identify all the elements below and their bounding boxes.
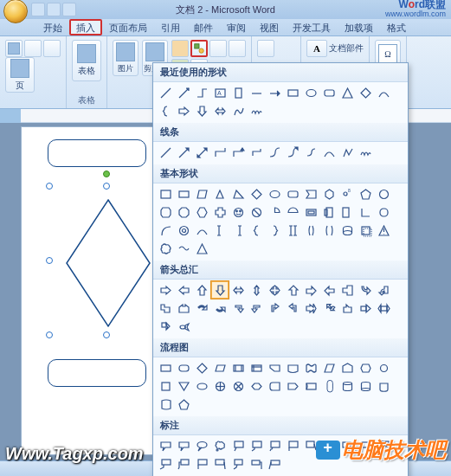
shape-diamond[interactable]	[65, 198, 151, 328]
shape-textbox[interactable]: A	[211, 84, 229, 101]
shape-roundrect-bottom[interactable]	[48, 359, 146, 387]
basic-shape-24[interactable]	[357, 203, 374, 221]
flowchart-shape-8[interactable]	[302, 359, 319, 376]
basic-shape-39[interactable]	[157, 240, 174, 257]
tab-format[interactable]: 格式	[380, 19, 413, 35]
basic-shape-19[interactable]	[266, 203, 283, 221]
arrow-shape-0[interactable]	[157, 281, 174, 299]
table-button[interactable]: 表格	[72, 40, 101, 81]
shape-diamond-item[interactable]	[357, 84, 374, 101]
smartart-button[interactable]	[209, 40, 227, 57]
arrow-shape-21[interactable]	[302, 299, 319, 317]
flowchart-shape-0[interactable]	[157, 359, 174, 376]
arrow-shape-19[interactable]	[266, 299, 283, 317]
shape-roundrect-top[interactable]	[48, 139, 146, 167]
basic-shape-8[interactable]	[302, 185, 319, 203]
office-button[interactable]	[3, 0, 28, 23]
arrow-shape-6[interactable]	[266, 281, 283, 299]
flowchart-shape-11[interactable]	[357, 359, 374, 376]
people-icon[interactable]	[171, 40, 189, 57]
flowchart-shape-1[interactable]	[175, 359, 192, 376]
handle-nw[interactable]	[46, 183, 53, 190]
flowchart-shape-10[interactable]	[338, 359, 356, 376]
callout-shape-5[interactable]	[248, 437, 265, 454]
callout-shape-15[interactable]	[193, 455, 210, 473]
tab-addins[interactable]: 加载项	[338, 19, 380, 35]
basic-shape-3[interactable]	[211, 185, 229, 203]
arrow-shape-12[interactable]	[375, 281, 392, 299]
basic-shape-37[interactable]	[357, 222, 374, 239]
tab-insert[interactable]: 插入	[69, 19, 102, 35]
handle-s[interactable]	[103, 331, 110, 338]
flowchart-shape-22[interactable]	[320, 377, 338, 395]
tab-layout[interactable]: 页面布局	[102, 19, 154, 35]
shapes-dropdown-button[interactable]	[190, 40, 208, 57]
basic-shape-16[interactable]	[211, 203, 229, 221]
arrow-shape-1[interactable]	[175, 281, 192, 299]
shape-curve[interactable]	[375, 84, 392, 101]
flowchart-shape-13[interactable]	[157, 377, 174, 395]
arrow-shape-15[interactable]	[193, 299, 210, 317]
flowchart-shape-6[interactable]	[266, 359, 283, 376]
flowchart-shape-2[interactable]	[193, 359, 210, 376]
handle-sw[interactable]	[46, 331, 53, 338]
shape-freeform[interactable]	[229, 102, 247, 119]
flowchart-shape-19[interactable]	[266, 377, 283, 395]
basic-shape-20[interactable]	[284, 203, 301, 221]
basic-shape-2[interactable]	[193, 185, 210, 203]
flowchart-shape-27[interactable]	[175, 396, 192, 413]
shape-rightarr[interactable]	[175, 102, 192, 119]
callout-shape-6[interactable]	[266, 437, 283, 454]
page-button[interactable]: 页	[5, 57, 35, 93]
basic-shape-33[interactable]	[284, 222, 301, 239]
flowchart-shape-26[interactable]	[157, 396, 174, 413]
shape-oval[interactable]	[302, 84, 319, 101]
line-elbowarr[interactable]	[229, 144, 247, 161]
arrow-shape-10[interactable]	[338, 281, 356, 299]
basic-shape-15[interactable]	[193, 203, 210, 221]
basic-shape-34[interactable]	[302, 222, 319, 239]
arrow-shape-13[interactable]	[157, 299, 174, 317]
line-arrow[interactable]	[175, 144, 192, 161]
arrow-shape-26[interactable]	[157, 318, 174, 335]
shape-roundrect[interactable]	[320, 84, 338, 101]
flowchart-shape-12[interactable]	[375, 359, 392, 376]
arrow-shape-7[interactable]	[284, 281, 301, 299]
basic-shape-9[interactable]	[320, 185, 338, 203]
callout-shape-17[interactable]	[229, 455, 247, 473]
qat-undo-icon[interactable]	[47, 3, 61, 16]
arrow-shape-18[interactable]	[248, 299, 265, 317]
basic-shape-26[interactable]	[157, 222, 174, 239]
flowchart-shape-7[interactable]	[284, 359, 301, 376]
callout-shape-7[interactable]	[284, 437, 301, 454]
flowchart-shape-16[interactable]	[211, 377, 229, 395]
basic-shape-10[interactable]: 8	[338, 185, 356, 203]
callout-shape-19[interactable]	[266, 455, 283, 473]
handle-w[interactable]	[46, 257, 53, 264]
textbox-button[interactable]: A	[306, 40, 327, 57]
shape-scribble[interactable]	[248, 102, 265, 119]
line-elbowdbl[interactable]	[248, 144, 265, 161]
callout-shape-18[interactable]	[248, 455, 265, 473]
arrow-shape-20[interactable]	[284, 299, 301, 317]
flowchart-shape-20[interactable]	[284, 377, 301, 395]
line-curved[interactable]	[320, 144, 338, 161]
cover-page-button[interactable]	[5, 40, 23, 57]
callout-shape-2[interactable]	[193, 437, 210, 454]
line-elbow[interactable]	[211, 144, 229, 161]
flowchart-shape-17[interactable]	[229, 377, 247, 395]
flowchart-shape-3[interactable]	[211, 359, 229, 376]
arrow-shape-11[interactable]	[357, 281, 374, 299]
picture-button[interactable]: 图片	[113, 40, 139, 76]
tab-view[interactable]: 视图	[253, 19, 286, 35]
basic-shape-14[interactable]	[175, 203, 192, 221]
flowchart-shape-15[interactable]	[193, 377, 210, 395]
flowchart-shape-23[interactable]	[338, 377, 356, 395]
qat-redo-icon[interactable]	[62, 3, 76, 16]
arrow-shape-27[interactable]	[175, 318, 192, 335]
basic-shape-40[interactable]	[175, 240, 192, 257]
callout-shape-4[interactable]	[229, 437, 247, 454]
basic-shape-29[interactable]	[211, 222, 229, 239]
arrow-shape-9[interactable]	[320, 281, 338, 299]
basic-shape-32[interactable]	[266, 222, 283, 239]
